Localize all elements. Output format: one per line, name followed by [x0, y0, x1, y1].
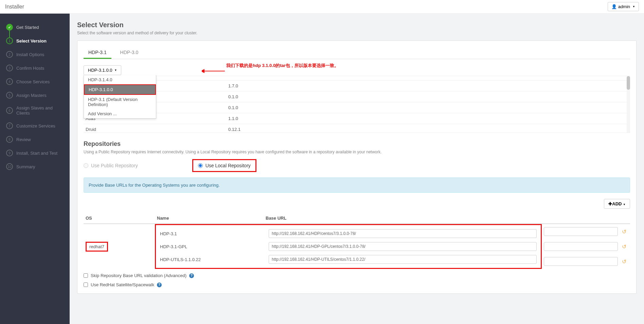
step-confirm-hosts[interactable]: 3 Confirm Hosts — [0, 61, 70, 75]
step-number-icon: 2 — [6, 51, 13, 58]
page-title: Select Version — [77, 21, 637, 29]
satellite-checkbox[interactable] — [84, 283, 88, 287]
services-table: 1.7.0 0.1.0 0.1.0 Atlas1.1.0 Druid0.12.1… — [84, 80, 630, 133]
user-name: admin — [618, 4, 630, 9]
repo-url-input[interactable] — [269, 255, 537, 264]
repo-name: HDP-3.1-GPL — [158, 240, 267, 253]
version-option[interactable]: HDP-3.1 (Default Version Definition) — [84, 95, 156, 109]
undo-icon[interactable]: ↺ — [622, 258, 626, 265]
public-repo-radio[interactable]: Use Public Repository — [84, 163, 138, 168]
step-number-icon: 5 — [6, 92, 13, 99]
caret-down-icon: ▼ — [623, 203, 626, 206]
user-icon: 👤 — [611, 4, 617, 9]
step-number-icon: 10 — [6, 163, 13, 170]
step-install-options[interactable]: 2 Install Options — [0, 48, 70, 61]
service-row: 0.1.0 — [84, 102, 630, 113]
service-row: Druid0.12.1 — [84, 124, 630, 133]
version-dropdown-menu: HDP-3.1.4.0 HDP-3.1.0.0 HDP-3.1 (Default… — [84, 75, 156, 119]
repo-info-box: Provide Base URLs for the Operating Syst… — [84, 177, 630, 193]
page-subtitle: Select the software version and method o… — [77, 31, 637, 35]
repo-extra-input[interactable] — [544, 257, 618, 266]
step-number-icon: 4 — [6, 78, 13, 85]
scrollbar-thumb[interactable] — [627, 76, 630, 90]
skip-validation-checkbox[interactable] — [84, 273, 88, 278]
step-customize-services[interactable]: 7 Customize Services — [0, 119, 70, 133]
repo-extra-input[interactable] — [544, 227, 618, 236]
step-assign-masters[interactable]: 5 Assign Masters — [0, 88, 70, 102]
repositories-help: Using a Public Repository requires Inter… — [84, 150, 630, 154]
version-option-add[interactable]: Add Version ... — [84, 109, 156, 118]
header: Installer 👤 admin ▼ — [0, 0, 644, 14]
app-title: Installer — [5, 4, 24, 10]
caret-down-icon: ▼ — [114, 69, 117, 72]
version-dropdown-button[interactable]: HDP-3.1.0.0 ▼ — [84, 65, 121, 75]
local-repo-radio[interactable]: Use Local Repository — [192, 159, 256, 172]
service-row: Atlas1.1.0 — [84, 113, 630, 124]
version-panel: HDP-3.1 HDP-3.0 HDP-3.1.0.0 ▼ HDP-3.1.4.… — [77, 40, 637, 294]
step-summary[interactable]: 10 Summary — [0, 160, 70, 173]
annotation-arrow-icon — [202, 68, 226, 74]
url-header: Base URL — [264, 213, 542, 224]
repo-url-input[interactable] — [269, 242, 537, 251]
wizard-sidebar: ✔ Get Started 1 Select Version 2 Install… — [0, 14, 70, 324]
step-number-icon: 1 — [6, 37, 13, 44]
step-number-icon: 3 — [6, 65, 13, 71]
step-install-start-test[interactable]: 9 Install, Start and Test — [0, 146, 70, 160]
version-tabs: HDP-3.1 HDP-3.0 — [84, 47, 630, 59]
repositories-title: Repositories — [84, 140, 630, 148]
step-number-icon: 8 — [6, 136, 13, 143]
service-row: 0.1.0 — [84, 91, 630, 102]
public-repo-input[interactable] — [84, 163, 88, 168]
step-select-version[interactable]: 1 Select Version — [0, 34, 70, 48]
repo-url-input[interactable] — [269, 229, 537, 238]
step-choose-services[interactable]: 4 Choose Services — [0, 75, 70, 88]
step-get-started[interactable]: ✔ Get Started — [0, 20, 70, 34]
help-icon[interactable]: ? — [157, 283, 162, 287]
main-content: Select Version Select the software versi… — [70, 14, 644, 324]
help-icon[interactable]: ? — [189, 273, 194, 278]
os-header: OS — [84, 213, 155, 224]
tab-hdp31[interactable]: HDP-3.1 — [84, 47, 111, 59]
os-cell: redhat7 — [84, 224, 155, 269]
local-repo-input[interactable] — [198, 163, 203, 168]
step-number-icon: 7 — [6, 122, 13, 129]
service-row: 1.7.0 — [84, 81, 630, 91]
step-assign-slaves[interactable]: 6 Assign Slaves and Clients — [0, 102, 70, 119]
step-number-icon: 6 — [6, 107, 13, 114]
repo-name: HDP-3.1 — [158, 227, 267, 240]
repositories-table: OS Name Base URL redhat7 — [84, 213, 630, 269]
tab-hdp30[interactable]: HDP-3.0 — [115, 47, 143, 59]
annotation-text: 我们下载的是hdp 3.1.0.0的tar包，所以版本要选择一致。 — [226, 63, 339, 69]
step-number-icon: 9 — [6, 150, 13, 156]
scrollbar-track[interactable] — [627, 76, 630, 133]
caret-down-icon: ▼ — [632, 5, 635, 8]
name-header: Name — [155, 213, 264, 224]
repo-extra-input[interactable] — [544, 242, 618, 251]
check-icon: ✔ — [6, 24, 13, 31]
undo-icon[interactable]: ↺ — [622, 228, 626, 235]
undo-icon[interactable]: ↺ — [622, 243, 626, 250]
add-os-button[interactable]: ✚ADD ▼ — [604, 199, 630, 209]
skip-validation-row[interactable]: Skip Repository Base URL validation (Adv… — [84, 273, 630, 278]
repo-name: HDP-UTILS-1.1.0.22 — [158, 253, 267, 266]
version-option-selected[interactable]: HDP-3.1.0.0 — [84, 84, 156, 95]
step-review[interactable]: 8 Review — [0, 133, 70, 146]
user-menu-button[interactable]: 👤 admin ▼ — [608, 2, 639, 11]
satellite-row[interactable]: Use RedHat Satellite/Spacewalk ? — [84, 282, 630, 287]
plus-icon: ✚ — [608, 201, 612, 206]
version-option[interactable]: HDP-3.1.4.0 — [84, 75, 156, 84]
